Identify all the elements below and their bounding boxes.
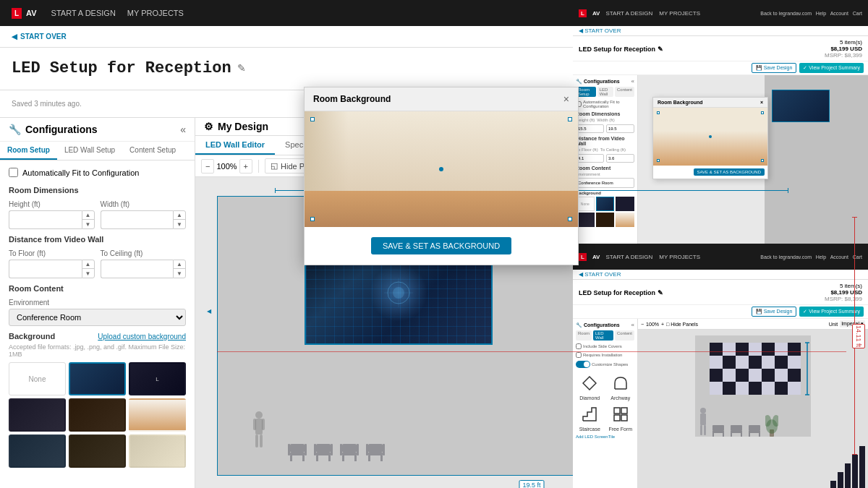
dim-bottom-label: 19.5 ft: [519, 480, 544, 488]
thumb-zoom-level: 100%: [646, 322, 659, 327]
my-design-label: My Design: [218, 121, 268, 132]
thumb-view-btn[interactable]: ✓ View Project Summary: [799, 63, 864, 73]
ceiling-down[interactable]: ▼: [174, 269, 185, 278]
thumb-bg-grid: None: [576, 197, 634, 227]
svg-rect-33: [383, 444, 385, 455]
thumb-bottom-right-nav: Back to legrandav.com Help Account Cart: [760, 254, 862, 260]
modal-close-button[interactable]: ×: [563, 93, 569, 105]
thumb-content-title: Room Content: [576, 166, 634, 171]
bg-swatch-7[interactable]: [69, 435, 126, 468]
thumb-modal-title: Room Background: [658, 100, 703, 105]
thumb-bottom-count: 5 item(s): [825, 283, 862, 289]
start-over-label: START OVER: [20, 33, 67, 40]
modal-title: Room Background: [313, 94, 391, 104]
svg-rect-18: [316, 455, 318, 461]
zoom-out-button[interactable]: −: [201, 159, 214, 174]
svg-rect-60: [749, 343, 762, 356]
background-header: Background Upload custom background: [9, 332, 186, 341]
human-figure: [252, 411, 265, 453]
thumb-corner-br: [761, 159, 764, 162]
thumb-bottom-av: AV: [592, 254, 600, 260]
floor-down[interactable]: ▼: [82, 269, 94, 278]
thumb-modal-img: [653, 108, 767, 166]
edit-title-icon[interactable]: ✎: [237, 62, 246, 74]
thumb-corner-tr: [761, 111, 764, 114]
wrench-icon: 🔧: [9, 124, 21, 135]
thumb-zoom-out: −: [641, 322, 644, 327]
bg-none[interactable]: None: [9, 362, 66, 395]
zoom-in-button[interactable]: +: [239, 159, 252, 174]
svg-rect-63: [736, 356, 749, 369]
floor-up[interactable]: ▲: [82, 260, 94, 269]
nav-start-design[interactable]: START A DESIGN: [51, 9, 116, 17]
start-over-link[interactable]: ◀ START OVER: [12, 33, 67, 40]
svg-rect-85: [731, 431, 742, 433]
bg-swatch-6[interactable]: [9, 435, 66, 468]
save-background-button[interactable]: SAVE & SET AS BACKGROUND: [371, 237, 511, 254]
height-down[interactable]: ▼: [82, 220, 94, 228]
auto-fit-checkbox[interactable]: [9, 168, 18, 177]
width-input[interactable]: 19.5: [101, 210, 174, 229]
thumb-add-screentile[interactable]: Add LED ScreenTile: [576, 435, 634, 439]
svg-rect-25: [354, 455, 357, 461]
bg-swatch-2[interactable]: L: [129, 362, 186, 395]
thumb-w-input: 19.5: [606, 124, 634, 133]
thumbnails-container: L AV START A DESIGN MY PROJECTS Back to …: [573, 0, 868, 488]
ceiling-input[interactable]: 3.6: [101, 260, 174, 278]
height-input[interactable]: 15.5: [9, 210, 82, 229]
bg-swatch-1[interactable]: [69, 362, 126, 395]
ceiling-up[interactable]: ▲: [174, 260, 185, 269]
staircase-label: Staircase: [579, 427, 600, 432]
panel-content: Automatically Fit to Configuration Room …: [0, 160, 195, 488]
thumb-bottom-label1: Include Side Covers: [583, 344, 622, 348]
thumb-bottom-tab-led[interactable]: LED Wall: [593, 330, 613, 341]
floor-input[interactable]: 4.1: [9, 260, 82, 278]
svg-rect-78: [700, 425, 702, 435]
corner-handle-br[interactable]: [568, 217, 572, 221]
corner-handle-tr[interactable]: [568, 117, 572, 121]
thumb-bottom-tab-content[interactable]: Content: [615, 330, 634, 341]
shape-staircase: Staircase: [576, 403, 604, 432]
thumb-tab-led[interactable]: LED Wall: [597, 87, 613, 97]
tab-led-wall-editor[interactable]: LED Wall Editor: [195, 136, 275, 155]
bg-swatch-3[interactable]: [9, 398, 66, 432]
tab-content-setup[interactable]: Content Setup: [122, 142, 183, 160]
width-up[interactable]: ▲: [174, 211, 185, 220]
tab-room-setup[interactable]: Room Setup: [0, 142, 57, 160]
environment-select[interactable]: Conference Room: [9, 309, 186, 326]
modal-room-preview: [305, 111, 578, 227]
thumb-bottom-cb1[interactable]: [576, 343, 582, 349]
upload-custom-link[interactable]: Upload custom background: [98, 333, 186, 341]
thumb-bg-2: [616, 197, 634, 211]
svg-rect-72: [788, 382, 801, 395]
corner-handle-bl[interactable]: [310, 217, 315, 221]
svg-rect-90: [749, 433, 750, 437]
bg-swatch-8[interactable]: [129, 435, 186, 468]
collapse-panel-button[interactable]: «: [180, 124, 186, 135]
svg-point-4: [255, 411, 263, 419]
bg-swatch-4[interactable]: [69, 398, 126, 432]
svg-rect-82: [712, 433, 714, 437]
thumb-bottom-tab-room[interactable]: Room: [576, 330, 592, 341]
thumb-ceil-input: 3.6: [606, 154, 634, 163]
thumb-save-btn[interactable]: 💾 Save Design: [752, 63, 797, 73]
tab-led-wall-setup[interactable]: LED Wall Setup: [57, 142, 122, 160]
thumb-tab-room[interactable]: Room Setup: [576, 87, 596, 97]
thumb-tab-content[interactable]: Content: [615, 87, 634, 97]
bg-swatch-5[interactable]: [129, 398, 186, 432]
canvas-redline: [217, 351, 846, 352]
nav-my-projects[interactable]: MY PROJECTS: [127, 9, 184, 17]
room-floor: [305, 191, 578, 227]
thumb-bottom-save[interactable]: 💾 Save Design: [752, 307, 797, 317]
height-up[interactable]: ▲: [82, 211, 94, 220]
svg-rect-58: [775, 382, 788, 395]
thumb-zoom-in: +: [661, 322, 664, 327]
thumb-save-bg-btn[interactable]: SAVE & SET AS BACKGROUND: [694, 168, 765, 176]
svg-rect-29: [368, 453, 383, 455]
thumb-bottom-project: LED Setup for Reception ✎ 5 item(s) $8,1…: [573, 280, 868, 305]
corner-handle-tl[interactable]: [310, 117, 315, 121]
svg-rect-48: [788, 343, 801, 356]
width-down[interactable]: ▼: [174, 220, 185, 228]
thumb-bottom-cb2[interactable]: [576, 352, 582, 358]
center-handle[interactable]: [439, 167, 443, 171]
